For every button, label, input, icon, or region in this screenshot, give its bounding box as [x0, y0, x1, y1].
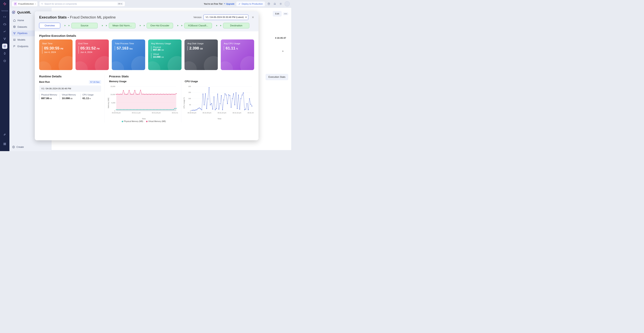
project-badge: F: [14, 2, 17, 5]
svg-point-93: [124, 109, 125, 110]
execution-stats-button[interactable]: Execution Stats: [266, 74, 288, 80]
sidebar-item-label: Home: [18, 19, 24, 22]
svg-point-56: [133, 94, 134, 94]
stage-xgboost-classifier[interactable]: XGBoost Classifi...: [184, 23, 212, 28]
svg-point-148: [195, 110, 196, 110]
project-switcher[interactable]: F FraudDetection ▾: [12, 1, 38, 6]
svg-point-187: [243, 92, 244, 93]
svg-point-51: [126, 94, 127, 95]
version-select[interactable]: V1 / 04-06-2024 05:30:48 PM (Latest): [204, 14, 248, 20]
svg-point-21: [14, 32, 14, 33]
cpu-usage-chart: CPU Usage CPU Usage % 05010015020005:30:…: [185, 80, 254, 123]
sidebar-item-label: Endpoints: [18, 45, 28, 48]
runtime-metrics: Physical Memory 887.86MB Virtual Memory …: [39, 93, 101, 100]
svg-text:05:31:20 pm: 05:31:20 pm: [218, 112, 226, 114]
avatar[interactable]: [285, 1, 290, 6]
deploy-button[interactable]: Deploy to Production: [236, 1, 265, 6]
svg-point-84: [173, 94, 174, 94]
rocket-icon: [238, 3, 241, 5]
bell-icon[interactable]: [273, 2, 277, 6]
stage-mean-std-norm[interactable]: Mean-Std Norm...: [109, 23, 136, 28]
svg-point-169: [221, 95, 222, 96]
rail-code-icon[interactable]: [2, 14, 7, 19]
svg-point-161: [211, 103, 212, 104]
svg-point-83: [172, 94, 172, 94]
rail-robot-icon[interactable]: [2, 58, 7, 63]
help-icon[interactable]: [267, 2, 271, 6]
rail-cloud-icon[interactable]: [2, 21, 7, 27]
svg-point-172: [224, 93, 225, 94]
svg-text:5,000: 5,000: [111, 102, 115, 104]
search-input[interactable]: Search for services or components ⌘+K: [39, 1, 125, 6]
svg-point-78: [164, 94, 165, 95]
rail-graph-icon[interactable]: [2, 36, 7, 41]
svg-rect-10: [5, 143, 6, 144]
svg-point-101: [136, 109, 136, 110]
bg-timestamp: 4 16:45:47: [275, 36, 286, 39]
svg-point-193: [250, 104, 251, 105]
svg-point-52: [127, 94, 128, 94]
svg-point-100: [134, 109, 135, 110]
svg-point-2: [4, 39, 5, 40]
pipeline-stage-tabs: Overview Source Mean-Std Norm... One-Hot…: [39, 23, 254, 29]
svg-point-76: [162, 94, 162, 95]
tab-overview[interactable]: Overview: [39, 23, 60, 28]
rail-rocket-icon[interactable]: [2, 51, 7, 56]
gear-icon[interactable]: [279, 2, 283, 6]
svg-point-102: [137, 109, 138, 110]
svg-point-163: [214, 96, 214, 97]
svg-point-13: [42, 3, 42, 4]
svg-point-75: [160, 94, 161, 94]
svg-text:05:31:11 pm: 05:31:11 pm: [132, 112, 141, 114]
svg-point-77: [163, 94, 164, 94]
svg-point-31: [286, 13, 287, 14]
svg-point-194: [252, 106, 252, 106]
svg-point-118: [160, 109, 161, 110]
svg-point-116: [157, 109, 158, 110]
svg-point-159: [208, 87, 209, 88]
svg-point-182: [237, 108, 238, 109]
svg-point-23: [14, 34, 15, 34]
rail-apps-icon[interactable]: [2, 141, 7, 146]
more-button[interactable]: [283, 12, 288, 15]
svg-point-124: [169, 109, 170, 110]
svg-point-167: [218, 109, 219, 109]
stage-source[interactable]: Source: [72, 23, 98, 28]
create-button[interactable]: Create: [12, 146, 24, 148]
close-icon[interactable]: ✕: [252, 15, 254, 19]
sidebar-item-label: Datasets: [18, 25, 27, 28]
run-version-box[interactable]: V1 / 04-06-2024 05:30:48 PM: [39, 85, 101, 92]
best-run-value: 57.16 Sec: [89, 80, 101, 84]
svg-point-128: [174, 108, 175, 109]
sparkle-icon: [224, 3, 225, 5]
svg-point-160: [210, 104, 211, 105]
best-run-label: Best Run: [39, 81, 50, 83]
search-kbd: ⌘+K: [117, 2, 123, 5]
svg-text:10,000: 10,000: [110, 94, 115, 95]
svg-point-97: [130, 109, 131, 110]
rail-ml-icon[interactable]: [2, 43, 7, 49]
rail-analytics-icon[interactable]: [2, 29, 7, 34]
rail-tools-icon[interactable]: [2, 132, 7, 137]
svg-point-30: [286, 13, 286, 14]
svg-point-162: [212, 109, 213, 109]
metric-virtual-memory: Virtual Memory 10.098GB: [60, 93, 80, 100]
svg-point-108: [146, 109, 146, 110]
svg-point-123: [167, 109, 168, 110]
svg-point-68: [150, 94, 151, 95]
svg-point-147: [194, 110, 195, 111]
svg-text:0: 0: [190, 110, 191, 112]
upgrade-link[interactable]: Upgrade: [224, 3, 234, 5]
chart-title-memory: Memory Usage: [109, 80, 178, 83]
svg-point-154: [202, 94, 203, 94]
svg-point-192: [249, 98, 250, 99]
stage-destination[interactable]: Destination: [223, 23, 250, 28]
top-bar: F FraudDetection ▾ Search for services o…: [10, 0, 292, 8]
edit-button[interactable]: Edit: [273, 11, 282, 16]
svg-point-54: [130, 94, 131, 94]
svg-point-66: [147, 94, 148, 95]
stage-one-hot-encoder[interactable]: One-Hot Encoder: [146, 23, 173, 28]
card-total-process-time: Total Process Time 57.163 Sec: [112, 39, 145, 70]
svg-point-146: [193, 110, 194, 110]
svg-point-188: [244, 109, 245, 110]
